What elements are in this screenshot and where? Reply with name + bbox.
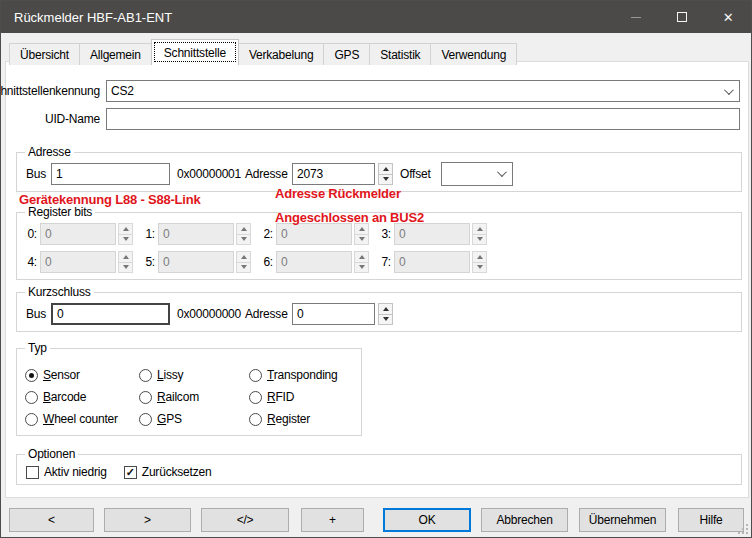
- register-bit-cell: 2:0: [253, 223, 371, 245]
- register-bit-label: 4:: [17, 251, 37, 273]
- uid-name-label: UID-Name: [45, 108, 100, 130]
- next-button[interactable]: >: [104, 508, 191, 532]
- close-icon: ✕: [723, 11, 734, 24]
- minimize-icon: [631, 17, 641, 18]
- spin-down-button: [472, 234, 487, 246]
- arrow-down-icon: [123, 265, 129, 269]
- arrow-down-icon: [383, 317, 389, 321]
- radio-transponding[interactable]: Transponding: [249, 364, 338, 386]
- arrow-up-icon: [123, 255, 129, 259]
- adresse-spinner: [378, 163, 393, 185]
- register-bit-0-input: 0: [40, 223, 116, 245]
- radio-wheel-counter[interactable]: Wheel counter: [25, 408, 139, 430]
- arrow-up-icon: [359, 255, 365, 259]
- add-button[interactable]: +: [301, 508, 364, 532]
- uid-name-input[interactable]: [106, 108, 740, 130]
- tab-verkabelung[interactable]: Verkabelung: [238, 43, 325, 65]
- radio-sensor[interactable]: Sensor: [25, 364, 139, 386]
- resize-grip[interactable]: [737, 523, 749, 535]
- tab-verwendung[interactable]: Verwendung: [430, 43, 517, 65]
- radio-gps[interactable]: GPS: [139, 408, 249, 430]
- spin-down-button: [354, 234, 369, 246]
- tab-allgemein[interactable]: Allgemein: [79, 43, 152, 65]
- close-button[interactable]: ✕: [705, 1, 751, 33]
- cancel-button[interactable]: Abbrechen: [481, 508, 568, 532]
- checkbox-label: Aktiv niedrig: [44, 465, 107, 479]
- radio-label: Barcode: [43, 390, 86, 404]
- tab-ubersicht[interactable]: Übersicht: [9, 43, 80, 65]
- register-bit-cell: 7:0: [371, 251, 489, 273]
- caption-buttons: ✕: [613, 1, 751, 33]
- arrow-up-icon: [123, 227, 129, 231]
- dialog-window: Rückmelder HBF-AB1-ENT ✕ ÜbersichtAllgem…: [0, 0, 752, 538]
- radio-icon: [139, 369, 152, 382]
- register-bit-label: 6:: [253, 251, 273, 273]
- annotation-adresse-rueckmelder: Adresse Rückmelder: [275, 186, 401, 201]
- spin-down-button[interactable]: [378, 174, 393, 186]
- radio-icon: [139, 413, 152, 426]
- kurzschluss-hex-value: 0x00000000: [177, 303, 241, 325]
- kurzschluss-bus-input[interactable]: 0: [51, 303, 170, 325]
- spin-down-button: [118, 234, 133, 246]
- schnittstellenkennung-combobox[interactable]: CS2: [106, 80, 740, 102]
- register-bit-cell: 6:0: [253, 251, 371, 273]
- kurzschluss-adresse-label: Adresse: [245, 303, 288, 325]
- radio-register[interactable]: Register: [249, 408, 338, 430]
- maximize-button[interactable]: [659, 1, 705, 33]
- spin-down-button: [472, 262, 487, 274]
- arrow-up-icon: [383, 307, 389, 311]
- radio-label: Lissy: [157, 368, 183, 382]
- register-bit-label: 1:: [135, 223, 155, 245]
- checkbox-icon: [26, 466, 39, 479]
- register-bits-title: Register bits: [25, 205, 95, 219]
- radio-label: RFID: [267, 390, 294, 404]
- register-bit-cell: 4:0: [17, 251, 135, 273]
- radio-lissy[interactable]: Lissy: [139, 364, 249, 386]
- help-button[interactable]: Hilfe: [678, 508, 744, 532]
- code-button[interactable]: </>: [201, 508, 289, 532]
- register-bit-label: 0:: [17, 223, 37, 245]
- kurzschluss-group-title: Kurzschluss: [25, 285, 94, 299]
- arrow-up-icon: [359, 227, 365, 231]
- radio-railcom[interactable]: Railcom: [139, 386, 249, 408]
- ok-button[interactable]: OK: [383, 508, 471, 532]
- tab-gps[interactable]: GPS: [323, 43, 370, 65]
- spin-down-button: [236, 262, 251, 274]
- radio-barcode[interactable]: Barcode: [25, 386, 139, 408]
- schnittstellenkennung-label: Schnittstellenkennung: [0, 80, 100, 102]
- arrow-down-icon: [359, 265, 365, 269]
- register-bit-cell: 0:0: [17, 223, 135, 245]
- radio-rfid[interactable]: RFID: [249, 386, 338, 408]
- radio-label: Register: [267, 412, 310, 426]
- kurzschluss-bus-label: Bus: [26, 303, 46, 325]
- spin-down-button: [118, 262, 133, 274]
- checkbox-aktiv-niedrig[interactable]: Aktiv niedrig: [26, 465, 107, 479]
- schnittstellenkennung-value: CS2: [111, 84, 134, 98]
- adresse-input[interactable]: 2073: [292, 163, 375, 185]
- tab-statistik[interactable]: Statistik: [369, 43, 431, 65]
- spinner: [472, 251, 487, 273]
- spin-down-button[interactable]: [378, 314, 393, 326]
- register-bit-3-input: 0: [394, 223, 470, 245]
- kurzschluss-adresse-input[interactable]: 0: [292, 303, 375, 325]
- bus-input[interactable]: 1: [51, 163, 170, 185]
- apply-button[interactable]: Übernehmen: [579, 508, 666, 532]
- register-bits-grid: 0:01:02:03:04:05:06:07:0: [17, 223, 489, 273]
- radio-icon: [25, 413, 38, 426]
- annotation-angeschlossen: Angeschlossen an BUS2: [275, 210, 424, 225]
- spinner: [472, 223, 487, 245]
- bus-hex-value: 0x00000001: [177, 163, 241, 185]
- spinner: [354, 223, 369, 245]
- prev-button[interactable]: <: [9, 508, 94, 532]
- arrow-down-icon: [241, 265, 247, 269]
- arrow-down-icon: [359, 237, 365, 241]
- annotation-geraetekennung: Gerätekennung L88 - S88-Link: [19, 192, 201, 207]
- arrow-up-icon: [241, 255, 247, 259]
- radio-label: GPS: [157, 412, 182, 426]
- arrow-down-icon: [477, 237, 483, 241]
- spin-down-button: [354, 262, 369, 274]
- offset-combobox[interactable]: [441, 162, 513, 186]
- tab-schnittstelle[interactable]: Schnittstelle: [151, 39, 239, 65]
- checkbox-zurucksetzen[interactable]: ✓Zurücksetzen: [124, 465, 212, 479]
- register-bit-cell: 5:0: [135, 251, 253, 273]
